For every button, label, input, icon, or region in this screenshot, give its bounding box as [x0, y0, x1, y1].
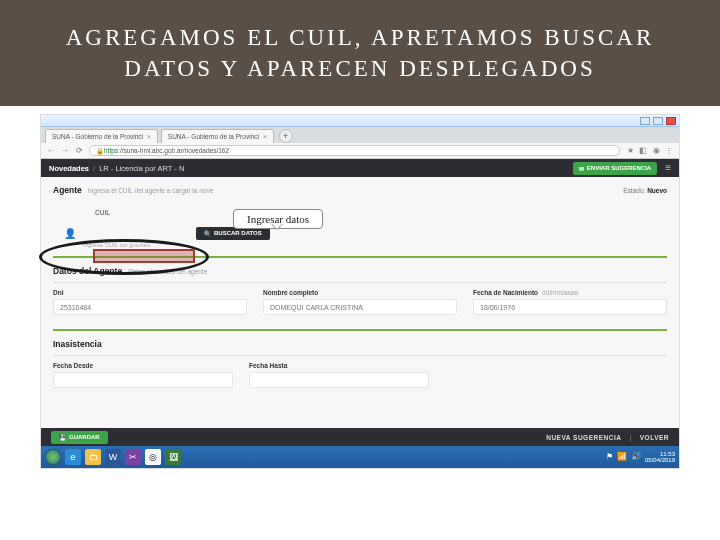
fnac-hint: dd/mm/aaaa [542, 289, 578, 296]
buscar-datos-label: BUSCAR DATOS [214, 230, 262, 236]
guardar-button[interactable]: 💾 GUARDAR [51, 431, 108, 444]
fnac-label: Fecha de Nacimientodd/mm/aaaa [473, 289, 667, 296]
taskbar-time: 11:53 [645, 451, 675, 458]
section-title-inasistencia: Inasistencia [53, 339, 102, 349]
tray-flag-icon[interactable]: ⚑ [606, 453, 613, 462]
window-minimize-button[interactable] [640, 117, 650, 125]
chrome-icon[interactable]: ◎ [145, 449, 161, 465]
estado-value: Nuevo [647, 187, 667, 194]
divider-green [53, 329, 667, 331]
taskbar-clock[interactable]: 11:53 05/04/2019 [645, 451, 675, 464]
breadcrumb[interactable]: Novedades [49, 164, 89, 173]
window-chrome [41, 115, 679, 127]
page-body: Agente Ingresa el CUIL del agente a carg… [41, 177, 679, 396]
divider [53, 355, 667, 356]
section-subtitle-datos-agente: Datos obtenidos del agente [128, 268, 207, 275]
browser-tab-bar: SUNA - Gobierno de la Provinci × SUNA - … [41, 127, 679, 143]
close-icon[interactable]: × [147, 133, 151, 140]
save-icon: 💾 [59, 434, 66, 441]
nombre-label: Nombre completo [263, 289, 457, 296]
start-button[interactable] [45, 449, 61, 465]
explorer-icon[interactable]: 🗀 [85, 449, 101, 465]
cuil-input[interactable] [85, 226, 190, 240]
browser-tab[interactable]: SUNA - Gobierno de la Provinci × [45, 129, 158, 143]
nombre-value: DOMEQUI CARLA CRISTINA [263, 299, 457, 315]
new-tab-button[interactable]: + [279, 129, 293, 143]
section-title-agente: Agente [53, 185, 82, 195]
search-icon: 🔍 [204, 230, 211, 237]
fecha-hasta-label: Fecha Hasta [249, 362, 429, 369]
enviar-sugerencia-button[interactable]: ✉ ENVIAR SUGERENCIA [573, 162, 657, 175]
nueva-sugerencia-link[interactable]: NUEVA SUGERENCIA [546, 434, 621, 441]
nav-back-icon[interactable]: ← [47, 147, 55, 155]
app-menu-icon[interactable]: ≡ [665, 163, 671, 173]
url-lock-icon: 🔒 [96, 147, 104, 155]
app-breadcrumb-bar: Novedades / LR - Licencia por ART - N ✉ … [41, 159, 679, 177]
breadcrumb-separator: / [93, 164, 95, 173]
cuil-block: Ingresar datos CUIL 👤 🔍 BUSCAR DATOS Ing… [53, 209, 667, 248]
tray-volume-icon[interactable]: 🔊 [631, 453, 641, 462]
browser-tab-label: SUNA - Gobierno de la Provinci [52, 133, 143, 140]
url-path: ://suna-hml.abc.gob.ar/novedades/162 [118, 147, 229, 154]
taskbar-date: 05/04/2019 [645, 457, 675, 464]
extension-icon[interactable]: ★ [626, 147, 634, 155]
fnac-value: 18/06/1976 [473, 299, 667, 315]
enviar-sugerencia-label: ENVIAR SUGERENCIA [587, 165, 651, 171]
slide-title: AGREGAMOS EL CUIL, APRETAMOS BUSCAR DATO… [30, 22, 690, 84]
fecha-hasta-input[interactable] [249, 372, 429, 388]
tray-network-icon[interactable]: 📶 [617, 453, 627, 462]
tool-icon[interactable]: ✂ [125, 449, 141, 465]
close-icon[interactable]: × [263, 133, 267, 140]
nav-reload-icon[interactable]: ⟳ [75, 147, 83, 155]
breadcrumb: LR - Licencia por ART - N [99, 164, 184, 173]
browser-address-bar: ← → ⟳ 🔒 https://suna-hml.abc.gob.ar/nove… [41, 143, 679, 159]
browser-tab-label: SUNA - Gobierno de la Provinci [168, 133, 259, 140]
word-icon[interactable]: W [105, 449, 121, 465]
screenshot-frame: SUNA - Gobierno de la Provinci × SUNA - … [40, 114, 680, 469]
menu-icon[interactable]: ⋮ [665, 147, 673, 155]
app-footer: 💾 GUARDAR NUEVA SUGERENCIA | VOLVER [41, 428, 679, 446]
slide-title-band: AGREGAMOS EL CUIL, APRETAMOS BUSCAR DATO… [0, 0, 720, 106]
section-subtitle-agente: Ingresa el CUIL del agente a cargar la n… [88, 187, 214, 194]
volver-link[interactable]: VOLVER [640, 434, 669, 441]
extension-icon[interactable]: ◧ [639, 147, 647, 155]
callout-ingresar-datos: Ingresar datos [233, 209, 323, 229]
fecha-desde-input[interactable] [53, 372, 233, 388]
url-field[interactable]: 🔒 https://suna-hml.abc.gob.ar/novedades/… [89, 145, 620, 156]
guardar-label: GUARDAR [69, 434, 100, 440]
mail-icon: ✉ [579, 165, 584, 172]
nav-forward-icon[interactable]: → [61, 147, 69, 155]
ie-icon[interactable]: e [65, 449, 81, 465]
cuil-label: CUIL [95, 209, 667, 216]
windows-taskbar: e 🗀 W ✂ ◎ 🖼 ⚑ 📶 🔊 11:53 05/04/2019 [41, 446, 679, 468]
fecha-desde-label: Fecha Desde [53, 362, 233, 369]
profile-icon[interactable]: ◉ [652, 147, 660, 155]
image-icon[interactable]: 🖼 [165, 449, 181, 465]
url-scheme: https [104, 147, 118, 154]
highlight-box [93, 249, 195, 263]
divider [53, 282, 667, 283]
user-icon: 👤 [61, 228, 79, 239]
footer-separator: | [629, 434, 631, 441]
cuil-hint: Ingrese CUIL sin guiones [83, 242, 667, 248]
section-title-datos-agente: Datos del Agente [53, 266, 122, 276]
estado-label: Estado: Nuevo [623, 187, 667, 194]
browser-tab[interactable]: SUNA - Gobierno de la Provinci × [161, 129, 274, 143]
window-close-button[interactable] [666, 117, 676, 125]
dni-value: 25316484 [53, 299, 247, 315]
dni-label: Dni [53, 289, 247, 296]
window-maximize-button[interactable] [653, 117, 663, 125]
